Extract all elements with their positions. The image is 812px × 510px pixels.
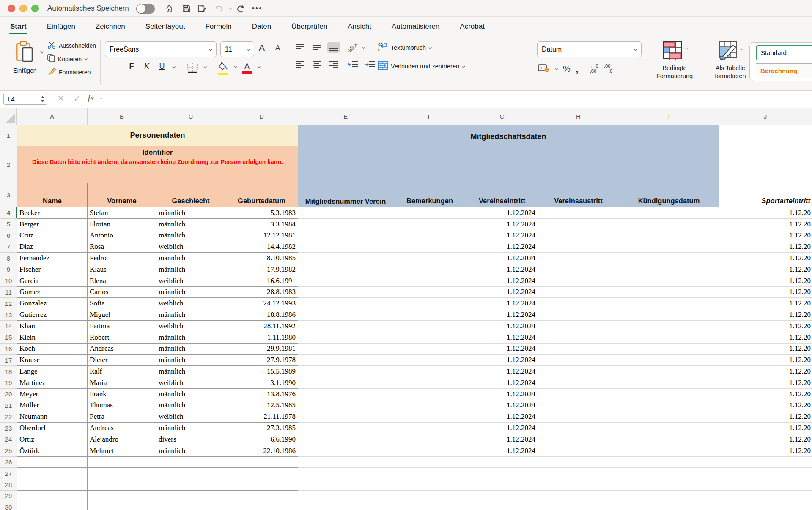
- row-header[interactable]: 15: [0, 332, 17, 344]
- cell[interactable]: 1.12.20: [719, 321, 812, 332]
- row-header[interactable]: 19: [0, 377, 17, 389]
- decrease-indent-button[interactable]: [347, 59, 359, 70]
- identifier-banner-cell[interactable]: Identifier Diese Daten bitte nicht änder…: [17, 146, 298, 183]
- tab-seitenlayout[interactable]: Seitenlayout: [145, 22, 186, 36]
- cell[interactable]: männlich: [156, 309, 225, 321]
- cell[interactable]: 1.12.2024: [466, 400, 538, 412]
- zoom-window-button[interactable]: [31, 5, 39, 12]
- cell[interactable]: weiblich: [156, 241, 225, 253]
- underline-menu-chevron-icon[interactable]: [173, 65, 176, 68]
- cell[interactable]: [393, 468, 466, 479]
- cell[interactable]: männlich: [156, 253, 225, 264]
- column-header[interactable]: C: [156, 108, 225, 125]
- cell[interactable]: [619, 219, 719, 230]
- cell[interactable]: [619, 264, 719, 275]
- conditional-formatting-button[interactable]: BedingteFormatierung: [643, 41, 706, 80]
- cell[interactable]: 12.12.1981: [225, 230, 298, 242]
- cell[interactable]: Miguel: [88, 309, 156, 321]
- font-color-chevron-icon[interactable]: [258, 65, 261, 68]
- align-right-button[interactable]: [327, 59, 340, 70]
- close-window-button[interactable]: [8, 5, 15, 12]
- cell[interactable]: Fernandez: [17, 253, 88, 264]
- cell[interactable]: [538, 219, 619, 230]
- cell[interactable]: [538, 309, 619, 321]
- tab-formeln[interactable]: Formeln: [204, 22, 232, 36]
- cell[interactable]: weiblich: [156, 377, 225, 389]
- row-header[interactable]: 14: [0, 321, 17, 332]
- cell[interactable]: 1.12.2024: [466, 230, 538, 242]
- cell[interactable]: [298, 411, 393, 423]
- cell[interactable]: 27.3.1985: [225, 423, 298, 434]
- cell[interactable]: [619, 253, 719, 264]
- cell[interactable]: weiblich: [156, 321, 225, 332]
- cell[interactable]: Garcia: [17, 275, 88, 287]
- cell[interactable]: Stefan: [88, 207, 156, 219]
- cell[interactable]: [538, 400, 619, 412]
- cell-style-berechnung[interactable]: Berechnung: [756, 63, 812, 78]
- cell[interactable]: 1.12.2024: [466, 423, 538, 434]
- cell[interactable]: Ortiz: [17, 434, 88, 445]
- cell[interactable]: [393, 377, 466, 389]
- increase-decimal-button[interactable]: ,00→,0: [604, 64, 612, 74]
- cell[interactable]: [619, 230, 719, 242]
- cell[interactable]: [538, 332, 619, 344]
- cell[interactable]: Elena: [88, 275, 156, 287]
- cell[interactable]: 3.3.1984: [225, 219, 298, 230]
- cell[interactable]: 1.12.2024: [466, 321, 538, 332]
- cell[interactable]: [619, 344, 719, 355]
- cell[interactable]: [298, 298, 393, 309]
- cell[interactable]: [538, 468, 619, 479]
- cell[interactable]: Andreas: [88, 344, 156, 355]
- row-header[interactable]: 25: [0, 445, 17, 457]
- header-cell-geburtsdatum[interactable]: Geburtsdatum: [225, 183, 298, 207]
- cell[interactable]: [619, 389, 719, 400]
- cell[interactable]: [393, 241, 466, 253]
- cell[interactable]: [619, 275, 719, 287]
- increase-font-size-button[interactable]: Aˆ: [259, 43, 266, 53]
- row-header[interactable]: 17: [0, 355, 17, 366]
- align-bottom-button[interactable]: [327, 42, 340, 53]
- cell[interactable]: 1.12.2024: [466, 287, 538, 298]
- column-header[interactable]: E: [298, 108, 393, 125]
- cell[interactable]: Petra: [88, 411, 156, 423]
- column-header[interactable]: G: [466, 108, 538, 125]
- cell[interactable]: [719, 491, 812, 502]
- row-header[interactable]: 3: [0, 183, 17, 207]
- cell[interactable]: 3.1.1990: [225, 377, 298, 389]
- cell[interactable]: [466, 502, 538, 510]
- cell[interactable]: [393, 423, 466, 434]
- header-cell-name[interactable]: Name: [17, 183, 88, 207]
- fx-menu-chevron-icon[interactable]: [100, 97, 103, 100]
- undo-menu-chevron-icon[interactable]: [225, 3, 235, 14]
- row-header[interactable]: 5: [0, 219, 17, 230]
- merge-center-button[interactable]: Verbinden und zentrieren: [378, 60, 464, 72]
- cell[interactable]: [619, 298, 719, 309]
- conditional-formatting-chevron-icon[interactable]: [684, 47, 687, 50]
- cell[interactable]: [225, 468, 298, 479]
- redo-icon[interactable]: [235, 3, 245, 14]
- cell[interactable]: [298, 321, 393, 332]
- align-left-button[interactable]: [294, 59, 306, 70]
- cell[interactable]: [466, 457, 538, 468]
- cell[interactable]: [17, 468, 88, 479]
- number-format-select[interactable]: Datum: [537, 41, 642, 57]
- paste-button[interactable]: Einfügen: [7, 41, 43, 74]
- cell[interactable]: [17, 491, 88, 502]
- cell[interactable]: Antonio: [88, 230, 156, 242]
- italic-button[interactable]: K: [142, 62, 151, 71]
- row-header[interactable]: 20: [0, 389, 17, 400]
- row-header[interactable]: 26: [0, 457, 17, 468]
- font-family-select[interactable]: FreeSans: [105, 41, 217, 57]
- cell[interactable]: Müller: [17, 400, 88, 412]
- cell[interactable]: 1.12.2024: [466, 344, 538, 355]
- cell[interactable]: [619, 332, 719, 344]
- row-header[interactable]: 18: [0, 366, 17, 377]
- cell[interactable]: männlich: [156, 366, 225, 377]
- row-header[interactable]: 2: [0, 146, 17, 183]
- format-painter-button[interactable]: Formatieren: [47, 68, 96, 77]
- format-as-table-chevron-icon[interactable]: [740, 47, 743, 50]
- cell[interactable]: Lange: [17, 366, 88, 377]
- cell[interactable]: [538, 355, 619, 366]
- decrease-decimal-button[interactable]: ←.0,00: [590, 64, 598, 74]
- cell[interactable]: [538, 264, 619, 275]
